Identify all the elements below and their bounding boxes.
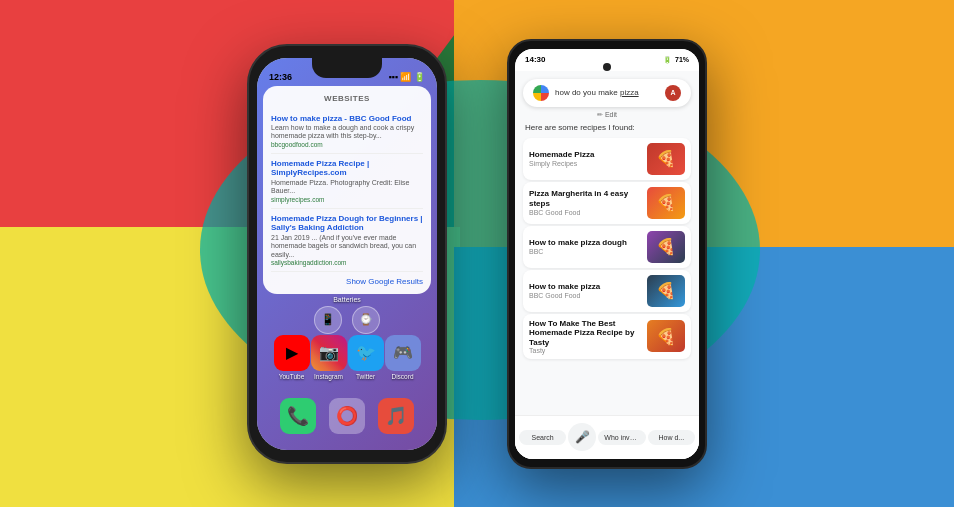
iphone-dock: 📞 ⭕ 🎵 xyxy=(257,398,437,434)
siri-result-3-title: Homemade Pizza Dough for Beginners | Sal… xyxy=(271,214,423,233)
android-device: 14:30 🔋 71% how do you make pizza A ✏ Ed… xyxy=(507,39,707,469)
recipe-1-image: 🍕 xyxy=(647,143,685,175)
phone-dock-icon[interactable]: 📞 xyxy=(280,398,316,434)
siri-result-1[interactable]: How to make pizza - BBC Good Food Learn … xyxy=(271,109,423,154)
siri-card: WEBSITES How to make pizza - BBC Good Fo… xyxy=(263,86,431,295)
batteries-widget: Batteries 📱 ⌚ xyxy=(257,296,437,334)
android-bottom-bar: Search 🎤 Who invented pizza? How d... xyxy=(515,415,699,459)
recipe-1-title: Homemade Pizza xyxy=(529,150,641,160)
assistant-content: how do you make pizza A ✏ Edit Here are … xyxy=(515,71,699,459)
siri-result-1-url: bbcgoodfood.com xyxy=(271,141,423,148)
recipe-2-source: BBC Good Food xyxy=(529,209,641,216)
recipe-4-info: How to make pizza BBC Good Food xyxy=(529,282,641,299)
recipe-3-info: How to make pizza dough BBC xyxy=(529,238,641,255)
iphone-notch xyxy=(312,58,382,78)
iphone-status-icons: ▪▪▪ 📶 🔋 xyxy=(388,72,425,82)
youtube-icon-wrap[interactable]: ▶ YouTube xyxy=(274,335,310,380)
discord-icon: 🎮 xyxy=(385,335,421,371)
edit-label[interactable]: ✏ Edit xyxy=(515,111,699,119)
discord-label: Discord xyxy=(391,373,413,380)
query-underline: pizza xyxy=(620,88,639,97)
recipe-2-title: Pizza Margherita in 4 easy steps xyxy=(529,189,641,208)
batteries-circles: 📱 ⌚ xyxy=(314,306,380,334)
siri-section-label: WEBSITES xyxy=(271,94,423,103)
siri-result-3-url: sallysbakingaddiction.com xyxy=(271,259,423,266)
bottom-chip-invented[interactable]: Who invented pizza? xyxy=(598,430,645,445)
google-assistant-icon xyxy=(533,85,549,101)
recipe-3-title: How to make pizza dough xyxy=(529,238,641,248)
batteries-label: Batteries xyxy=(333,296,361,303)
recipe-card-3[interactable]: How to make pizza dough BBC 🍕 xyxy=(523,226,691,268)
assistant-query-bar[interactable]: how do you make pizza A xyxy=(523,79,691,107)
recipe-4-source: BBC Good Food xyxy=(529,292,641,299)
siri-result-1-title: How to make pizza - BBC Good Food xyxy=(271,114,423,124)
assistant-query-text: how do you make pizza xyxy=(555,88,659,97)
recipes-found-text: Here are some recipes I found: xyxy=(515,121,699,136)
recipe-1-source: Simply Recipes xyxy=(529,160,641,167)
siri-dock-icon[interactable]: ⭕ xyxy=(329,398,365,434)
recipe-card-5[interactable]: How To Make The Best Homemade Pizza Reci… xyxy=(523,314,691,360)
siri-result-2-url: simplyrecipes.com xyxy=(271,196,423,203)
recipe-2-image: 🍕 xyxy=(647,187,685,219)
bottom-chip-search[interactable]: Search xyxy=(519,430,566,445)
recipe-5-title: How To Make The Best Homemade Pizza Reci… xyxy=(529,319,641,348)
recipe-card-4[interactable]: How to make pizza BBC Good Food 🍕 xyxy=(523,270,691,312)
recipe-2-info: Pizza Margherita in 4 easy steps BBC Goo… xyxy=(529,189,641,215)
battery-circle-1: 📱 xyxy=(314,306,342,334)
instagram-icon-wrap[interactable]: 📷 Instagram xyxy=(311,335,347,380)
recipe-4-title: How to make pizza xyxy=(529,282,641,292)
discord-icon-wrap[interactable]: 🎮 Discord xyxy=(385,335,421,380)
battery-circle-2: ⌚ xyxy=(352,306,380,334)
iphone-device: 12:36 ▪▪▪ 📶 🔋 WEBSITES How to make pizza… xyxy=(247,44,447,464)
android-battery-icon: 🔋 xyxy=(663,56,672,64)
recipe-card-1[interactable]: Homemade Pizza Simply Recipes 🍕 xyxy=(523,138,691,180)
recipe-1-info: Homemade Pizza Simply Recipes xyxy=(529,150,641,167)
pizza-visual-3: 🍕 xyxy=(647,231,685,263)
siri-result-2-desc: Homemade Pizza. Photography Credit: Elis… xyxy=(271,179,423,196)
music-dock-icon[interactable]: 🎵 xyxy=(378,398,414,434)
instagram-label: Instagram xyxy=(314,373,343,380)
phones-container: 12:36 ▪▪▪ 📶 🔋 WEBSITES How to make pizza… xyxy=(0,0,954,507)
android-battery-pct: 71% xyxy=(675,56,689,63)
siri-result-2[interactable]: Homemade Pizza Recipe | SimplyRecipes.co… xyxy=(271,154,423,209)
android-status-icons: 🔋 71% xyxy=(663,56,689,64)
twitter-icon: 🐦 xyxy=(348,335,384,371)
pizza-visual-2: 🍕 xyxy=(647,187,685,219)
pizza-visual-4: 🍕 xyxy=(647,275,685,307)
android-camera xyxy=(603,63,611,71)
instagram-icon: 📷 xyxy=(311,335,347,371)
siri-show-google-button[interactable]: Show Google Results xyxy=(271,277,423,286)
bottom-chip-how[interactable]: How d... xyxy=(648,430,695,445)
pizza-visual-5: 🍕 xyxy=(647,320,685,352)
user-avatar: A xyxy=(665,85,681,101)
iphone-screen: 12:36 ▪▪▪ 📶 🔋 WEBSITES How to make pizza… xyxy=(257,58,437,450)
recipe-3-image: 🍕 xyxy=(647,231,685,263)
android-time: 14:30 xyxy=(525,55,545,64)
recipe-5-image: 🍕 xyxy=(647,320,685,352)
recipe-5-info: How To Make The Best Homemade Pizza Reci… xyxy=(529,319,641,355)
iphone-app-row: ▶ YouTube 📷 Instagram 🐦 Twitter 🎮 Discor… xyxy=(257,335,437,380)
siri-result-3[interactable]: Homemade Pizza Dough for Beginners | Sal… xyxy=(271,209,423,272)
iphone-time: 12:36 xyxy=(269,72,292,82)
pizza-visual-1: 🍕 xyxy=(647,143,685,175)
twitter-label: Twitter xyxy=(356,373,375,380)
recipe-5-source: Tasty xyxy=(529,347,641,354)
youtube-label: YouTube xyxy=(279,373,305,380)
recipe-4-image: 🍕 xyxy=(647,275,685,307)
twitter-icon-wrap[interactable]: 🐦 Twitter xyxy=(348,335,384,380)
siri-result-3-desc: 21 Jan 2019 ... (And if you've ever made… xyxy=(271,234,423,259)
recipe-card-2[interactable]: Pizza Margherita in 4 easy steps BBC Goo… xyxy=(523,182,691,224)
siri-result-2-title: Homemade Pizza Recipe | SimplyRecipes.co… xyxy=(271,159,423,178)
bottom-mic-button[interactable]: 🎤 xyxy=(568,423,596,451)
recipe-3-source: BBC xyxy=(529,248,641,255)
youtube-icon: ▶ xyxy=(274,335,310,371)
siri-result-1-desc: Learn how to make a dough and cook a cri… xyxy=(271,124,423,141)
android-screen: 14:30 🔋 71% how do you make pizza A ✏ Ed… xyxy=(515,49,699,459)
